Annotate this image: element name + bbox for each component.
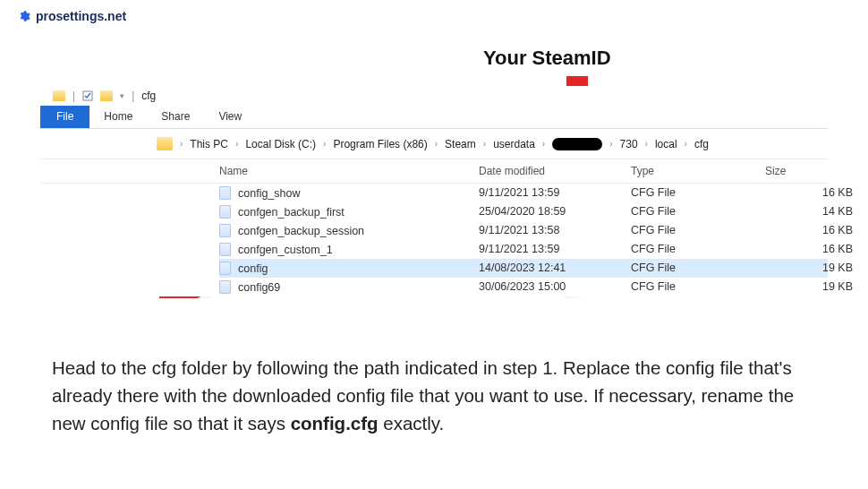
qat-separator: | [132, 90, 134, 102]
ribbon-share-tab[interactable]: Share [147, 106, 204, 128]
instruction-part2: exactly. [379, 413, 445, 433]
file-name: confgen_custom_1 [238, 244, 333, 256]
folder-icon [100, 90, 113, 101]
folder-icon [53, 90, 65, 101]
table-row[interactable]: confgen_backup_session9/11/2021 13:58CFG… [219, 221, 828, 240]
file-name: config_show [238, 187, 301, 200]
file-type: CFG File [631, 205, 765, 219]
file-date: 30/06/2023 15:00 [479, 280, 631, 294]
file-type: CFG File [631, 262, 765, 275]
file-date: 9/11/2021 13:58 [479, 224, 631, 237]
breadcrumb-item[interactable]: This PC [190, 138, 228, 150]
site-logo: prosettings.net [18, 9, 126, 23]
file-size: 16 KB [765, 224, 864, 237]
file-type: CFG File [631, 243, 765, 256]
column-type[interactable]: Type [631, 165, 765, 177]
ribbon-file-tab[interactable]: File [40, 106, 89, 128]
file-explorer-window: | ▾ | cfg File Home Share View › This PC… [40, 86, 828, 296]
chevron-right-icon: › [542, 139, 545, 149]
chevron-right-icon: › [235, 139, 238, 149]
breadcrumb-item[interactable]: Local Disk (C:) [245, 138, 316, 150]
table-row[interactable]: config_show9/11/2021 13:59CFG File16 KB [219, 184, 828, 202]
file-name: config69 [238, 281, 280, 294]
file-date: 25/04/2020 18:59 [479, 205, 631, 219]
titlebar: | ▾ | cfg [40, 86, 828, 106]
file-icon [219, 205, 231, 219]
file-type: CFG File [631, 280, 765, 294]
chevron-right-icon: › [609, 139, 612, 149]
chevron-right-icon: › [685, 139, 687, 149]
instruction-text: Head to the cfg folder by following the … [52, 355, 821, 437]
file-name: confgen_backup_first [238, 206, 345, 219]
file-list: config_show9/11/2021 13:59CFG File16 KBc… [40, 184, 828, 296]
breadcrumb-item[interactable]: cfg [694, 138, 709, 150]
instruction-bold: config.cfg [291, 413, 379, 433]
ribbon-view-tab[interactable]: View [204, 106, 256, 128]
file-date: 14/08/2023 12:41 [479, 262, 631, 275]
column-date[interactable]: Date modified [479, 165, 631, 177]
column-name[interactable]: Name [219, 165, 479, 177]
breadcrumb-item[interactable]: Steam [445, 138, 476, 150]
qat-separator: | [72, 90, 75, 102]
chevron-right-icon: › [323, 139, 326, 149]
breadcrumb-item[interactable]: local [655, 138, 677, 150]
file-size: 14 KB [765, 205, 864, 219]
address-bar[interactable]: › This PC › Local Disk (C:) › Program Fi… [40, 129, 828, 159]
logo-text: prosettings.net [36, 9, 126, 23]
file-name: confgen_backup_session [238, 225, 364, 237]
column-headers: Name Date modified Type Size [40, 159, 828, 184]
file-type: CFG File [631, 186, 765, 200]
breadcrumb-item[interactable]: 730 [620, 138, 638, 150]
chevron-right-icon: › [180, 139, 183, 149]
table-row[interactable]: confgen_backup_first25/04/2020 18:59CFG … [219, 202, 828, 221]
gear-icon [18, 10, 30, 22]
window-title: cfg [141, 90, 156, 102]
annotation-steamid-label: Your SteamID [483, 47, 611, 70]
file-date: 9/11/2021 13:59 [479, 186, 631, 200]
breadcrumb-item[interactable]: Program Files (x86) [333, 138, 427, 150]
chevron-right-icon: › [645, 139, 648, 149]
ribbon-home-tab[interactable]: Home [89, 106, 147, 128]
ribbon: File Home Share View [40, 106, 828, 129]
breadcrumb-item[interactable]: userdata [493, 138, 535, 150]
file-type: CFG File [631, 224, 765, 237]
breadcrumb-redacted-steamid[interactable] [552, 138, 602, 150]
table-row[interactable]: confgen_custom_19/11/2021 13:59CFG File1… [219, 240, 828, 259]
caret-down-icon: ▾ [120, 91, 124, 100]
file-size: 16 KB [765, 243, 864, 256]
table-row[interactable]: config6930/06/2023 15:00CFG File19 KB [219, 278, 828, 296]
file-name: config [238, 262, 268, 275]
checkbox-icon [82, 90, 93, 101]
folder-icon [157, 137, 173, 150]
table-row[interactable]: config14/08/2023 12:41CFG File19 KB [219, 259, 828, 278]
file-icon [219, 186, 231, 200]
column-size[interactable]: Size [765, 165, 864, 177]
file-size: 19 KB [765, 262, 864, 275]
file-date: 9/11/2021 13:59 [479, 243, 631, 256]
file-icon [219, 224, 231, 237]
file-icon [219, 243, 231, 256]
file-size: 16 KB [765, 186, 864, 200]
chevron-right-icon: › [483, 139, 486, 149]
file-icon [219, 262, 231, 275]
file-size: 19 KB [765, 280, 864, 294]
chevron-right-icon: › [435, 139, 438, 149]
file-icon [219, 280, 231, 294]
